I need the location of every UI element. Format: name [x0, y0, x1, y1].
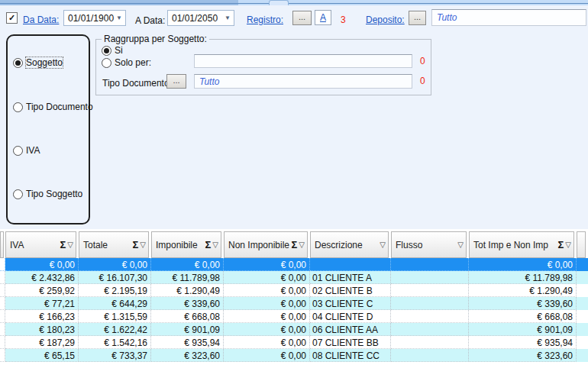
- cell-flusso[interactable]: [391, 297, 469, 310]
- deposito-browse-button[interactable]: ...: [409, 11, 426, 25]
- registro-browse-button[interactable]: ...: [292, 11, 312, 25]
- cell-descrizione[interactable]: 03 CLIENTE C: [310, 297, 391, 310]
- grouping-option-tipo-documento[interactable]: Tipo Documento: [13, 102, 93, 112]
- cell-totale[interactable]: € 2.195,19: [79, 284, 151, 297]
- cell-tot-imp-e-non-imp[interactable]: € 11.789,98: [469, 271, 577, 284]
- sum-sigma-icon[interactable]: Σ: [291, 239, 297, 250]
- radio-icon[interactable]: [13, 58, 23, 68]
- cell-tot-imp-e-non-imp[interactable]: € 1.290,49: [469, 284, 577, 297]
- column-header[interactable]: Non Imponibile Σ ▽: [224, 231, 308, 258]
- cell-totale[interactable]: € 644,29: [79, 297, 151, 310]
- sum-sigma-icon[interactable]: Σ: [205, 239, 211, 250]
- cell-non-imponibile[interactable]: € 0,00: [224, 297, 310, 310]
- tipo-documento-browse-button[interactable]: ...: [166, 74, 186, 89]
- sum-sigma-icon[interactable]: Σ: [557, 239, 564, 250]
- table-row[interactable]: € 187,29€ 1.542,16€ 935,94€ 0,0007 CLIEN…: [0, 336, 588, 349]
- filter-funnel-icon[interactable]: ▽: [457, 241, 464, 249]
- grouping-option-iva[interactable]: IVA: [13, 145, 40, 156]
- cell-flusso[interactable]: [391, 336, 469, 349]
- cell-totale[interactable]: € 1.542,16: [79, 336, 151, 349]
- cell-imponibile[interactable]: € 323,60: [151, 349, 224, 362]
- cell-flusso[interactable]: [391, 323, 469, 336]
- deposito-field[interactable]: Tutto: [431, 9, 586, 26]
- cell-flusso[interactable]: [391, 349, 469, 362]
- chevron-down-icon[interactable]: ▼: [116, 15, 122, 21]
- cell-descrizione[interactable]: 07 CLIENTE BB: [310, 336, 391, 349]
- cell-non-imponibile[interactable]: € 0,00: [224, 310, 310, 323]
- registro-link[interactable]: Registro:: [247, 15, 283, 25]
- cell-imponibile[interactable]: € 339,60: [151, 297, 224, 310]
- column-header[interactable]: Totale Σ ▽: [79, 231, 149, 258]
- cell-iva[interactable]: € 180,23: [5, 323, 79, 336]
- cell-iva[interactable]: € 77,21: [5, 297, 79, 310]
- filter-funnel-icon[interactable]: ▽: [67, 241, 73, 249]
- cell-flusso[interactable]: [391, 284, 469, 297]
- cell-flusso[interactable]: [391, 271, 469, 284]
- cell-descrizione[interactable]: 01 CLIENTE A: [310, 271, 391, 284]
- cell-non-imponibile[interactable]: € 0,00: [224, 336, 310, 349]
- da-data-link[interactable]: Da Data:: [23, 15, 59, 25]
- radio-icon[interactable]: [13, 146, 23, 156]
- a-data-combo[interactable]: 01/01/2050 ▼: [167, 10, 234, 26]
- cell-iva[interactable]: € 187,29: [5, 336, 79, 349]
- cell-non-imponibile[interactable]: € 0,00: [224, 323, 310, 336]
- cell-iva[interactable]: € 259,92: [5, 284, 79, 297]
- cell-descrizione[interactable]: 06 CLIENTE AA: [310, 323, 391, 336]
- table-row[interactable]: € 77,21€ 644,29€ 339,60€ 0,0003 CLIENTE …: [0, 297, 588, 310]
- registro-letter-box[interactable]: A: [315, 10, 331, 25]
- filter-funnel-icon[interactable]: ▽: [380, 241, 386, 249]
- si-option[interactable]: Si: [102, 45, 123, 56]
- grouping-option-soggetto[interactable]: Soggetto: [13, 57, 63, 68]
- cell-iva[interactable]: € 0,00: [5, 258, 79, 271]
- solo-per-option[interactable]: Solo per:: [102, 57, 151, 68]
- cell-totale[interactable]: € 1.622,42: [79, 323, 151, 336]
- column-header[interactable]: Tot Imp e Non Imp Σ ▽: [469, 231, 574, 258]
- cell-tot-imp-e-non-imp[interactable]: € 935,94: [469, 336, 577, 349]
- cell-totale[interactable]: € 1.315,59: [79, 310, 151, 323]
- sum-sigma-icon[interactable]: Σ: [60, 239, 66, 250]
- deposito-link[interactable]: Deposito:: [366, 15, 405, 25]
- cell-imponibile[interactable]: € 935,94: [151, 336, 224, 349]
- cell-flusso[interactable]: [391, 310, 469, 323]
- column-header[interactable]: Flusso ▽: [391, 231, 467, 258]
- cell-imponibile[interactable]: € 11.789,98: [151, 271, 224, 284]
- cell-descrizione[interactable]: 02 CLIENTE B: [310, 284, 391, 297]
- column-header[interactable]: Imponibile Σ ▽: [151, 231, 221, 258]
- radio-icon[interactable]: [13, 189, 23, 199]
- cell-imponibile[interactable]: € 1.290,49: [151, 284, 224, 297]
- cell-totale[interactable]: € 0,00: [79, 258, 151, 271]
- cell-tot-imp-e-non-imp[interactable]: € 323,60: [469, 349, 577, 362]
- cell-tot-imp-e-non-imp[interactable]: € 901,09: [469, 323, 577, 336]
- cell-descrizione[interactable]: [310, 258, 391, 271]
- radio-icon[interactable]: [13, 102, 23, 112]
- cell-non-imponibile[interactable]: € 0,00: [224, 349, 310, 362]
- sum-sigma-icon[interactable]: Σ: [132, 239, 138, 250]
- cell-iva[interactable]: € 2.432,86: [5, 271, 79, 284]
- tab-strip-handle[interactable]: [269, 0, 289, 5]
- cell-tot-imp-e-non-imp[interactable]: € 0,00: [469, 258, 577, 271]
- cell-totale[interactable]: € 733,37: [79, 349, 151, 362]
- table-row[interactable]: € 259,92€ 2.195,19€ 1.290,49€ 0,0002 CLI…: [0, 284, 588, 297]
- radio-icon[interactable]: [102, 46, 111, 56]
- cell-descrizione[interactable]: 08 CLIENTE CC: [310, 349, 391, 362]
- table-row[interactable]: € 65,15€ 733,37€ 323,60€ 0,0008 CLIENTE …: [0, 349, 588, 362]
- radio-icon[interactable]: [102, 58, 111, 68]
- filter-funnel-icon[interactable]: ▽: [140, 241, 146, 249]
- cell-non-imponibile[interactable]: € 0,00: [224, 284, 310, 297]
- cell-imponibile[interactable]: € 668,08: [151, 310, 224, 323]
- da-data-checkbox[interactable]: ✓: [6, 12, 18, 24]
- cell-flusso[interactable]: [391, 258, 469, 271]
- table-row[interactable]: € 2.432,86€ 16.107,30€ 11.789,98€ 0,0001…: [0, 271, 588, 284]
- cell-iva[interactable]: € 166,23: [5, 310, 79, 323]
- cell-imponibile[interactable]: € 0,00: [151, 258, 224, 271]
- column-header[interactable]: IVA Σ ▽: [5, 231, 76, 258]
- cell-non-imponibile[interactable]: € 0,00: [224, 271, 310, 284]
- table-row[interactable]: € 166,23€ 1.315,59€ 668,08€ 0,0004 CLIEN…: [0, 310, 588, 323]
- cell-non-imponibile[interactable]: € 0,00: [224, 258, 310, 271]
- filter-funnel-icon[interactable]: ▽: [212, 241, 218, 249]
- table-row[interactable]: € 180,23€ 1.622,42€ 901,09€ 0,0006 CLIEN…: [0, 323, 588, 336]
- column-header[interactable]: Descrizione ▽: [310, 231, 389, 258]
- registro-letter[interactable]: A: [320, 12, 326, 23]
- cell-tot-imp-e-non-imp[interactable]: € 668,08: [469, 310, 577, 323]
- cell-totale[interactable]: € 16.107,30: [79, 271, 151, 284]
